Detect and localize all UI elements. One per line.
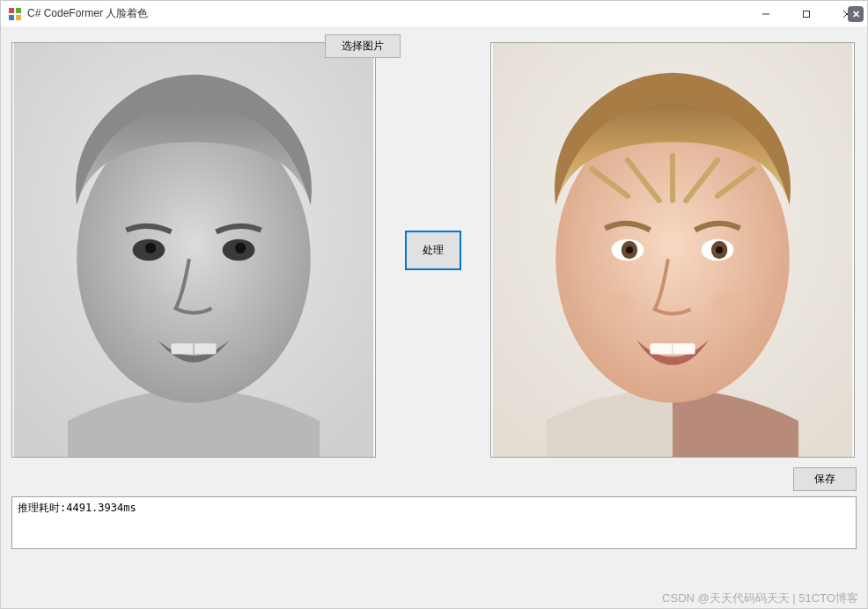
app-window: C# CodeFormer 人脸着色 ✕ 选择图片: [0, 0, 868, 609]
svg-rect-3: [16, 15, 21, 20]
watermark-text: CSDN @天天代码码天天 | 51CTO博客: [662, 591, 858, 606]
minimize-button[interactable]: [746, 1, 786, 27]
bottom-toolbar: 保存: [11, 467, 857, 491]
svg-rect-1: [16, 8, 21, 13]
close-icon: ✕: [848, 6, 864, 22]
svg-point-23: [716, 246, 723, 253]
select-image-button[interactable]: 选择图片: [325, 34, 401, 58]
output-face-image: [491, 43, 854, 457]
svg-rect-2: [9, 15, 14, 20]
svg-point-13: [235, 243, 246, 253]
image-row: 处理: [11, 40, 857, 460]
svg-point-12: [145, 243, 156, 253]
window-title: C# CodeFormer 人脸着色: [27, 6, 746, 21]
svg-point-22: [626, 246, 633, 253]
svg-point-26: [594, 291, 634, 317]
log-textbox[interactable]: 推理耗时:4491.3934ms: [11, 496, 857, 549]
center-column: 处理: [394, 231, 473, 270]
log-line: 推理耗时:4491.3934ms: [18, 502, 136, 514]
client-area: 选择图片: [1, 27, 867, 608]
input-face-image: [12, 43, 375, 457]
close-button[interactable]: ✕: [827, 1, 867, 27]
save-button[interactable]: 保存: [793, 467, 857, 491]
input-image-box: [11, 42, 376, 458]
process-button[interactable]: 处理: [405, 231, 461, 270]
app-icon: [8, 7, 22, 21]
titlebar: C# CodeFormer 人脸着色 ✕: [1, 1, 867, 27]
output-image-box: [490, 42, 855, 458]
svg-rect-0: [9, 8, 14, 13]
window-controls: ✕: [746, 1, 867, 26]
maximize-button[interactable]: [786, 1, 827, 27]
svg-rect-5: [804, 11, 810, 18]
svg-point-27: [711, 291, 751, 317]
